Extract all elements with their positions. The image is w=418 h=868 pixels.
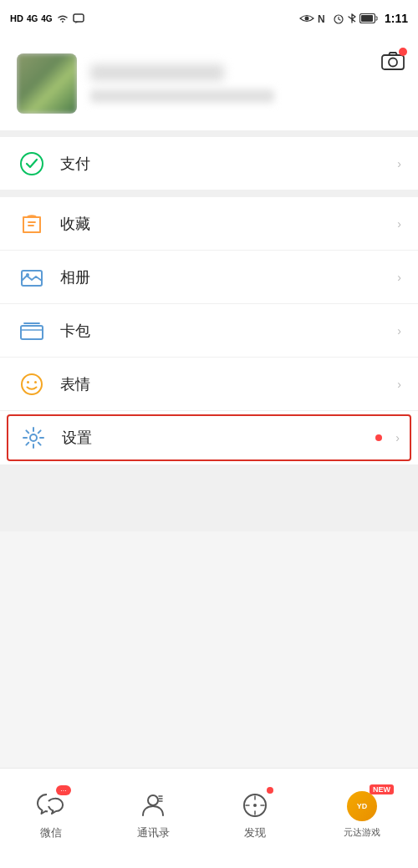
album-chevron: › <box>397 271 401 284</box>
battery-icon <box>359 13 378 23</box>
eye-icon <box>299 13 314 24</box>
discover-icon <box>242 792 268 819</box>
payment-icon <box>17 149 47 179</box>
settings-label: 设置 <box>62 428 370 448</box>
profile-sub <box>90 89 274 103</box>
svg-point-13 <box>27 381 29 383</box>
svg-rect-11 <box>21 326 43 339</box>
menu-item-payment[interactable]: 支付 › <box>0 137 418 190</box>
alarm-icon <box>333 13 344 24</box>
svg-point-12 <box>22 374 42 394</box>
album-label: 相册 <box>60 267 397 287</box>
contacts-icon <box>140 792 166 819</box>
emoji-chevron: › <box>397 378 401 391</box>
album-icon <box>17 262 47 292</box>
svg-point-7 <box>389 58 397 67</box>
svg-rect-5 <box>361 15 373 22</box>
discover-label: 发现 <box>244 825 266 840</box>
wallet-icon <box>17 316 47 346</box>
nav-item-discover[interactable]: 发现 <box>238 789 272 840</box>
message-icon <box>73 13 84 23</box>
wallet-label: 卡包 <box>60 321 397 341</box>
emoji-label: 表情 <box>60 374 397 394</box>
discover-dot <box>267 787 273 794</box>
svg-point-18 <box>253 804 257 807</box>
svg-point-10 <box>26 273 29 277</box>
section-divider-1 <box>0 130 418 137</box>
profile-section <box>0 37 418 130</box>
nav-item-contacts[interactable]: 通讯录 <box>136 789 170 840</box>
payment-label: 支付 <box>60 154 397 174</box>
discover-icon-wrap <box>238 789 272 822</box>
profile-info <box>90 64 401 103</box>
favorites-label: 收藏 <box>60 214 397 234</box>
nav-item-wechat[interactable]: ··· 微信 <box>34 789 68 840</box>
emoji-icon <box>17 369 47 399</box>
bluetooth-icon <box>348 13 356 24</box>
menu-item-wallet[interactable]: 卡包 › <box>0 304 418 358</box>
yuanda-logo: YD <box>347 791 377 821</box>
nfc-icon: N <box>318 13 329 24</box>
wechat-label: 微信 <box>40 825 62 840</box>
section-divider-2 <box>0 190 418 197</box>
payment-chevron: › <box>397 157 401 170</box>
empty-space <box>0 464 418 531</box>
status-right: N 1:11 <box>299 12 408 25</box>
me-icon-wrap: YD NEW <box>340 789 384 823</box>
svg-rect-6 <box>382 55 404 69</box>
contacts-label: 通讯录 <box>137 825 170 840</box>
status-left: HD 4G 4G <box>10 13 84 23</box>
profile-name <box>90 64 224 81</box>
svg-point-8 <box>21 153 43 175</box>
me-label: 元达游戏 <box>344 826 380 839</box>
chat-icon <box>37 793 65 818</box>
signal-4g-1: 4G <box>27 14 38 23</box>
menu-list: 支付 › 收藏 › 相册 › <box>0 137 418 464</box>
camera-button[interactable] <box>381 50 405 70</box>
avatar <box>17 53 77 114</box>
svg-point-15 <box>30 434 37 441</box>
bottom-nav: ··· 微信 通讯录 发现 <box>0 768 418 868</box>
carrier-text: HD <box>10 13 23 23</box>
chat-icon-wrap: ··· <box>34 789 68 822</box>
svg-text:N: N <box>318 13 325 24</box>
new-badge: NEW <box>370 784 394 794</box>
svg-rect-0 <box>74 14 84 22</box>
menu-item-emoji[interactable]: 表情 › <box>0 358 418 411</box>
svg-point-14 <box>34 381 37 383</box>
settings-notification-dot <box>375 434 382 441</box>
nav-item-me[interactable]: YD NEW 元达游戏 <box>340 789 384 839</box>
favorites-chevron: › <box>397 217 401 231</box>
camera-notification-dot <box>399 48 407 56</box>
svg-point-1 <box>304 17 308 21</box>
wallet-chevron: › <box>397 324 401 338</box>
settings-chevron: › <box>395 431 400 444</box>
status-bar: HD 4G 4G N 1:11 <box>0 0 418 37</box>
svg-point-16 <box>148 795 158 805</box>
menu-item-favorites[interactable]: 收藏 › <box>0 197 418 251</box>
wifi-icon <box>56 13 69 23</box>
contacts-icon-wrap <box>136 789 170 822</box>
time-display: 1:11 <box>385 12 408 25</box>
favorites-icon <box>17 209 47 239</box>
signal-4g-2: 4G <box>41 14 52 23</box>
wechat-badge: ··· <box>56 785 71 795</box>
settings-icon <box>18 423 48 453</box>
menu-item-album[interactable]: 相册 › <box>0 251 418 304</box>
menu-item-settings[interactable]: 设置 › <box>7 414 411 461</box>
